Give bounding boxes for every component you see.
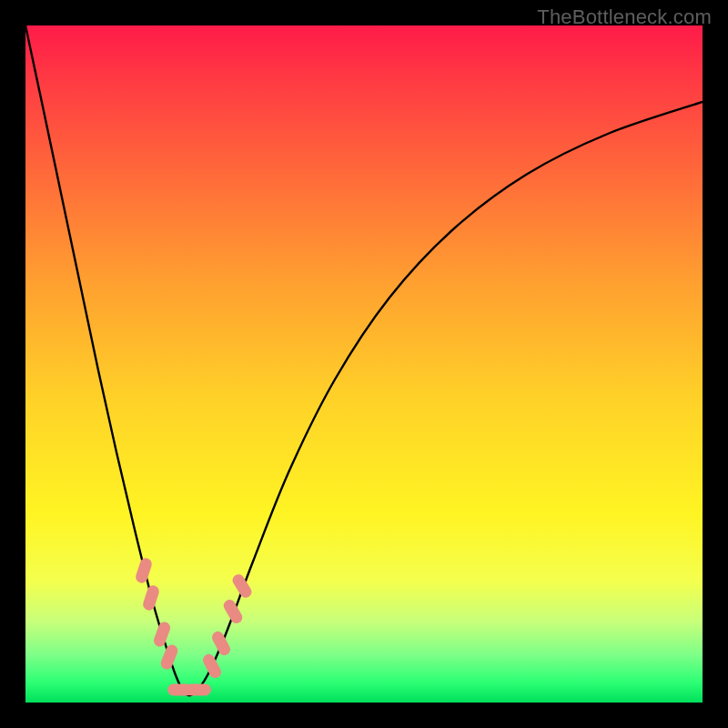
plot-area — [25, 25, 703, 703]
marker-lozenge — [186, 684, 211, 696]
curve-line — [25, 25, 703, 696]
frame-background: TheBottleneck.com — [0, 0, 728, 728]
marker-lozenge — [152, 621, 172, 649]
marker-lozenge — [221, 598, 244, 626]
marker-lozenge — [159, 643, 180, 672]
curve-svg — [25, 25, 703, 703]
bottleneck-curve — [25, 25, 703, 696]
marker-lozenge — [141, 584, 160, 612]
marker-lozenge — [201, 652, 224, 681]
highlight-markers — [134, 557, 253, 696]
marker-lozenge — [210, 630, 233, 658]
marker-lozenge — [134, 557, 153, 585]
marker-lozenge — [230, 572, 254, 601]
